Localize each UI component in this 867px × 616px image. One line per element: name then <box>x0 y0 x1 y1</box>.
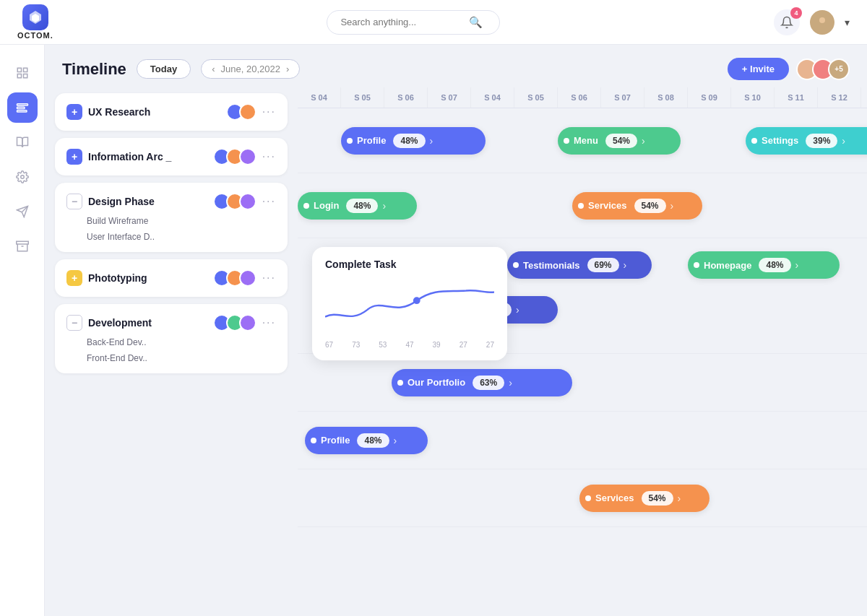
task-pct: 54% <box>605 134 637 148</box>
project-header: − Development ··· <box>66 314 276 331</box>
project-more-btn[interactable]: ··· <box>262 195 276 208</box>
project-more-btn[interactable]: ··· <box>262 105 276 118</box>
search-input[interactable] <box>340 17 463 27</box>
project-card-design: − Design Phase ··· Build Wireframe User … <box>55 183 288 252</box>
task-bar-menu[interactable]: Menu 54% › <box>558 127 681 155</box>
week-col: S 05 <box>514 87 558 108</box>
svg-rect-2 <box>17 68 21 71</box>
chart-labels: 67 73 53 47 39 27 27 <box>325 341 494 349</box>
project-more-btn[interactable]: ··· <box>262 272 276 285</box>
sidebar <box>0 45 45 616</box>
timeline-header: Timeline Today ‹ June, 20,2022 › + Invit… <box>45 45 867 87</box>
gantt-row-dev2: Services 54% › <box>298 469 867 527</box>
week-col: S 13 <box>861 87 867 108</box>
task-dot <box>585 495 591 501</box>
topnav-right: 4 ▾ <box>774 9 850 35</box>
task-label: Profile <box>357 135 386 146</box>
task-dot <box>694 262 699 268</box>
svg-rect-5 <box>23 74 27 78</box>
proj-avatar <box>239 148 256 165</box>
sidebar-item-box[interactable] <box>7 231 38 261</box>
project-avatars <box>213 148 256 165</box>
project-name: Design Phase <box>88 196 207 207</box>
chart-label: 39 <box>433 341 441 349</box>
gantt-row-photo: Our Portfolio 63% › <box>298 354 867 412</box>
logo-icon <box>22 4 48 30</box>
task-arrow: › <box>795 259 799 271</box>
project-avatars <box>213 269 256 287</box>
proj-avatar <box>239 193 256 210</box>
sidebar-item-send[interactable] <box>7 196 38 227</box>
sidebar-item-timeline[interactable] <box>7 92 38 123</box>
task-bar-profile-2[interactable]: Profile 48% › <box>305 427 428 454</box>
main-layout: Timeline Today ‹ June, 20,2022 › + Invit… <box>0 45 867 616</box>
project-avatars <box>213 193 256 210</box>
notification-button[interactable]: 4 <box>774 9 800 35</box>
main-content: Timeline Today ‹ June, 20,2022 › + Invit… <box>45 45 867 616</box>
task-bar-portfolio[interactable]: Our Portfolio 63% › <box>392 369 572 396</box>
project-add-icon[interactable]: + <box>66 104 82 120</box>
gantt-row-dev: Profile 48% › <box>298 412 867 469</box>
task-dot <box>751 138 757 144</box>
project-add-icon[interactable]: + <box>66 270 82 286</box>
project-header: + Information Arc _ ··· <box>66 148 276 165</box>
task-bar-homepage[interactable]: Homepage 48% › <box>688 251 840 279</box>
week-col: S 04 <box>298 87 341 108</box>
task-bar-login[interactable]: Login 48% › <box>298 192 417 220</box>
sidebar-item-grid[interactable] <box>7 58 38 88</box>
gantt-row-ux: Profile 48% › Menu 54% › <box>298 108 867 173</box>
notification-badge: 4 <box>790 7 802 19</box>
project-name: Development <box>88 317 207 329</box>
task-arrow: › <box>516 304 519 316</box>
project-card-ux-research: + UX Research ··· <box>55 93 288 131</box>
logo-text: OCTOM. <box>17 31 53 40</box>
project-more-btn[interactable]: ··· <box>262 150 276 163</box>
task-bar-services-2[interactable]: Services 54% › <box>579 485 709 512</box>
task-pct: 54% <box>634 199 666 213</box>
task-dot <box>513 262 519 268</box>
sidebar-item-settings[interactable] <box>7 162 38 192</box>
week-col: S 10 <box>731 87 775 108</box>
project-more-btn[interactable]: ··· <box>262 316 276 329</box>
project-name: Information Arc _ <box>88 151 207 162</box>
task-bar-testimonials[interactable]: Testimonials 69% › <box>507 251 652 279</box>
complete-task-chart: Complete Task <box>312 247 507 360</box>
task-label: Settings <box>762 135 798 146</box>
user-menu-chevron[interactable]: ▾ <box>845 17 850 28</box>
current-date: June, 20,2022 <box>221 64 280 74</box>
chart-label: 47 <box>405 341 413 349</box>
search-bar: 🔍 <box>327 10 500 35</box>
chart-label: 53 <box>379 341 387 349</box>
proj-avatar <box>239 103 256 121</box>
chart-label: 27 <box>460 341 467 349</box>
project-header: + UX Research ··· <box>66 103 276 121</box>
sidebar-item-book[interactable] <box>7 127 38 157</box>
date-nav: ‹ June, 20,2022 › <box>201 59 300 79</box>
project-card-development: − Development ··· Back-End Dev.. Front-E… <box>55 304 288 373</box>
project-collapse-icon[interactable]: − <box>66 315 82 331</box>
task-dot <box>564 138 569 144</box>
today-button[interactable]: Today <box>137 59 191 79</box>
task-arrow: › <box>678 493 681 504</box>
task-arrow: › <box>430 135 434 147</box>
task-dot <box>303 203 309 209</box>
project-add-icon[interactable]: + <box>66 149 82 165</box>
prev-date-btn[interactable]: ‹ <box>212 64 215 74</box>
svg-rect-12 <box>16 241 28 244</box>
week-col: S 06 <box>384 87 428 108</box>
invite-button[interactable]: + Invite <box>728 58 789 80</box>
chart-label: 27 <box>486 341 494 349</box>
task-bar-services-1[interactable]: Services 54% › <box>572 192 702 220</box>
week-headers: S 04S 05S 06S 07S 04S 05S 06S 07S 08S 09… <box>298 87 867 108</box>
task-pct: 69% <box>587 258 619 272</box>
svg-rect-4 <box>17 74 21 78</box>
next-date-btn[interactable]: › <box>286 64 289 74</box>
user-avatar[interactable] <box>810 10 834 35</box>
project-avatars <box>226 103 256 121</box>
task-arrow: › <box>842 135 845 147</box>
task-bar-settings[interactable]: Settings 39% › <box>746 127 867 155</box>
project-collapse-icon[interactable]: − <box>66 194 82 209</box>
week-col: S 04 <box>471 87 514 108</box>
task-bar-profile-1[interactable]: Profile 48% › <box>341 127 486 155</box>
task-pct: 63% <box>473 376 504 390</box>
